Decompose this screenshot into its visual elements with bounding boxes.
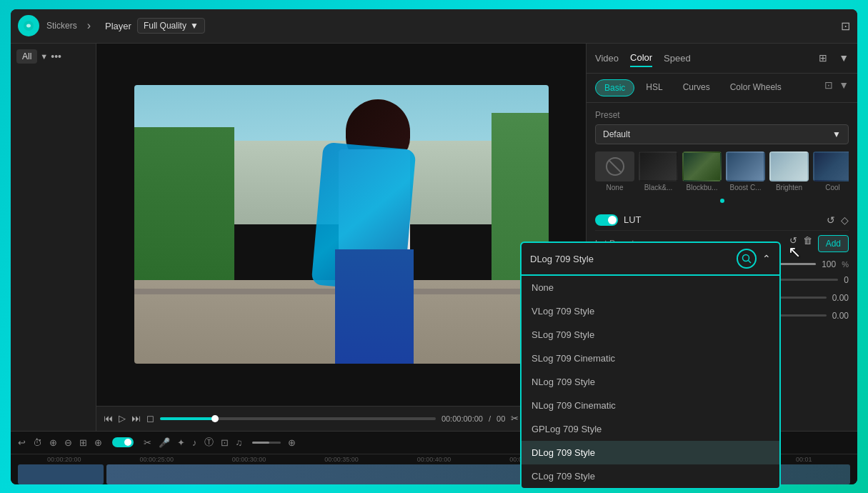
timeline-volume-control	[252, 442, 281, 444]
total-time: 00	[497, 414, 505, 423]
subtab-more-icon[interactable]: ▼	[839, 79, 849, 96]
timeline-caption[interactable]: Ⓣ	[204, 436, 214, 449]
track-clip-1[interactable]	[18, 464, 104, 484]
preset-boost[interactable]: Boost C...	[726, 151, 765, 191]
subtab-basic[interactable]: Basic	[595, 79, 634, 96]
progress-bar[interactable]	[160, 417, 436, 420]
sidebar-filter: All ▼ •••	[16, 49, 90, 64]
subtab-compare-icon[interactable]: ⊡	[824, 79, 833, 96]
more-options-icon[interactable]: •••	[51, 51, 61, 62]
timeline-mic[interactable]: 🎤	[159, 437, 170, 448]
preset-cool-img	[813, 151, 849, 181]
color-subtabs: Basic HSL Curves Color Wheels ⊡ ▼	[587, 74, 857, 103]
lut-dropdown-list: None VLog 709 Style SLog 709 Style SLog …	[520, 276, 781, 489]
collapse-arrow[interactable]: ›	[87, 19, 91, 32]
volume-slider[interactable]	[252, 442, 281, 444]
intensity-value: 100	[822, 259, 836, 269]
subtab-color-wheels[interactable]: Color Wheels	[722, 79, 790, 96]
lut-search-icon[interactable]	[737, 249, 757, 269]
tab-speed[interactable]: Speed	[664, 50, 691, 66]
preset-cool[interactable]: Cool	[813, 151, 849, 191]
auto-value: 0.00	[832, 293, 849, 303]
tab-color[interactable]: Color	[630, 49, 652, 67]
panel-view-toggle[interactable]: ⊞	[819, 52, 827, 64]
preset-none[interactable]: None	[595, 151, 634, 191]
timeline-snap[interactable]: ⊕	[288, 437, 296, 448]
progress-bar-fill	[160, 417, 215, 420]
player-label: Player	[105, 21, 131, 31]
ts-3: 00:00:30:00	[203, 456, 295, 463]
lut-preset-icons: ↺ 🗑 Add	[789, 235, 849, 252]
screen-icon[interactable]: ⊡	[841, 19, 850, 33]
tab-video[interactable]: Video	[595, 50, 619, 66]
stop-button[interactable]: ◻	[146, 413, 154, 424]
add-button[interactable]: Add	[818, 235, 849, 252]
timeline-toggle[interactable]	[112, 437, 134, 447]
preset-black[interactable]: Black&...	[639, 151, 678, 191]
preset-blockbuster-img	[682, 151, 722, 181]
lut-item-slog-cin[interactable]: SLog 709 Cinematic	[522, 347, 779, 370]
subtab-curves[interactable]: Curves	[674, 79, 719, 96]
preset-dropdown[interactable]: Default ▼	[595, 124, 849, 144]
lut-item-slog[interactable]: SLog 709 Style	[522, 323, 779, 347]
ts-5: 00:00:40:00	[388, 456, 480, 463]
preset-thumbnails: None Black&... Blockbu... Boost C...	[595, 151, 849, 191]
filter-all[interactable]: All	[16, 49, 37, 64]
timeline-zoom-in[interactable]: ⊕	[49, 437, 57, 448]
lut-dropdown-trigger[interactable]: DLog 709 Style ⌃ ↖	[520, 241, 781, 276]
timeline-effect[interactable]: ✦	[177, 437, 185, 448]
prev-frame-button[interactable]: ⏮	[104, 413, 113, 424]
preset-brighten[interactable]: Brighten	[769, 151, 809, 191]
play-button[interactable]: ▷	[119, 413, 126, 424]
filter-dropdown-arrow[interactable]: ▼	[40, 52, 48, 61]
lut-item-clog[interactable]: CLog 709 Style	[522, 464, 779, 488]
timeline-split[interactable]: ⊞	[79, 437, 87, 448]
preset-blockbuster[interactable]: Blockbu...	[682, 151, 722, 191]
ts-4: 00:00:35:00	[295, 456, 387, 463]
lut-item-none[interactable]: None	[522, 276, 779, 299]
lut-dropdown-container: DLog 709 Style ⌃ ↖ None VLog 709 Style S…	[520, 241, 781, 489]
stickers-label: Stickers	[46, 21, 77, 31]
cut-icon[interactable]: ✂	[511, 413, 519, 424]
timeline-toggle-knob	[124, 439, 131, 446]
volume-slider-fill	[252, 442, 269, 444]
progress-dot	[211, 415, 219, 422]
lut-dropdown-arrow[interactable]: ⌃	[762, 253, 771, 264]
subtab-hsl[interactable]: HSL	[637, 79, 671, 96]
quality-select[interactable]: Full Quality ▼	[137, 18, 205, 34]
lut-item-gplog[interactable]: GPLog 709 Style	[522, 417, 779, 441]
timeline-scissors[interactable]: ✂	[144, 437, 151, 448]
lut-item-vlog[interactable]: VLog 709 Style	[522, 299, 779, 323]
timeline-undo[interactable]: ↩	[18, 437, 26, 448]
lut-dropdown-value: DLog 709 Style	[530, 254, 737, 264]
timeline-time[interactable]: ⏱	[33, 437, 42, 448]
preset-black-img	[639, 151, 678, 181]
intensity-value-2: 0	[844, 275, 849, 285]
lut-row: LUT ↺ ◇	[595, 210, 849, 231]
lut-preset-delete-icon[interactable]: 🗑	[803, 235, 812, 252]
top-bar: Stickers › Player Full Quality ▼ ⊡	[11, 9, 857, 44]
timeline-screen[interactable]: ⊡	[221, 437, 229, 448]
logo-icon	[18, 15, 39, 36]
intensity-unit: %	[842, 260, 849, 269]
video-woman	[310, 99, 467, 364]
svg-point-3	[743, 255, 749, 262]
video-frame	[134, 85, 549, 364]
lut-item-nlog-cin[interactable]: NLog 709 Cinematic	[522, 394, 779, 417]
preset-dots	[595, 199, 849, 203]
panel-expand-icon[interactable]: ▼	[839, 52, 849, 64]
timeline-vol[interactable]: ♫	[236, 437, 243, 448]
next-frame-button[interactable]: ⏭	[131, 413, 141, 424]
lut-toggle[interactable]	[595, 214, 618, 226]
preset-none-img	[595, 151, 634, 181]
lut-preset-reset-icon[interactable]: ↺	[789, 235, 797, 252]
lut-settings-icon[interactable]: ◇	[841, 214, 849, 226]
player-area: ⏮ ▷ ⏭ ◻ 00:00:00:00 / 00 ✂ { } ⊕ ⊞ ⛶	[96, 44, 586, 431]
lut-reset-icon[interactable]: ↺	[827, 214, 835, 226]
timeline-music[interactable]: ♪	[192, 437, 197, 448]
timeline-add[interactable]: ⊕	[94, 437, 102, 448]
lut-item-dlog[interactable]: DLog 709 Style	[522, 441, 779, 464]
top-bar-left: Stickers ›	[18, 15, 91, 36]
timeline-zoom-out[interactable]: ⊖	[64, 437, 72, 448]
lut-item-nlog[interactable]: NLog 709 Style	[522, 370, 779, 394]
